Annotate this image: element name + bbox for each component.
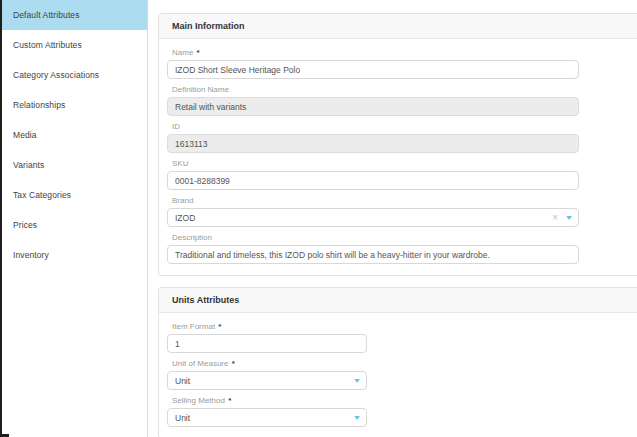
field-label-text: Selling Method [172, 396, 225, 405]
name-input[interactable] [167, 60, 579, 79]
field-label: Brand [172, 196, 637, 205]
required-asterisk: * [226, 396, 231, 405]
field-description: Description [167, 233, 637, 264]
field-label-text: Unit of Measure [172, 359, 228, 368]
select-value: Unit [175, 376, 355, 386]
field-label-text: Name [172, 48, 193, 57]
field-label: Item Format * [172, 322, 637, 331]
section-title: Units Attributes [159, 288, 637, 313]
required-asterisk: * [229, 359, 234, 368]
field-item-format: Item Format * [167, 322, 637, 353]
required-asterisk: * [194, 48, 199, 57]
definition-name-input [167, 97, 579, 116]
field-label: Selling Method * [172, 396, 637, 405]
selling-method-select[interactable]: Unit▾ [167, 408, 367, 427]
sidebar-item-tax-categories[interactable]: Tax Categories [0, 180, 147, 210]
description-input[interactable] [167, 245, 579, 264]
chevron-down-icon[interactable]: ▾ [354, 414, 359, 422]
main-content: Main InformationName *Definition NameIDS… [149, 0, 637, 437]
field-label-text: Item Format [172, 322, 215, 331]
field-label-text: Description [172, 233, 212, 242]
field-label: Name * [172, 48, 637, 57]
sidebar-item-relationships[interactable]: Relationships [0, 90, 147, 120]
brand-select[interactable]: IZOD×▾ [167, 208, 579, 227]
field-definition-name: Definition Name [167, 85, 637, 116]
sidebar-item-variants[interactable]: Variants [0, 150, 147, 180]
section-body: Item Format *Unit of Measure *Unit▾Selli… [159, 313, 637, 437]
sidebar-item-custom-attributes[interactable]: Custom Attributes [0, 30, 147, 60]
section-body: Name *Definition NameIDSKUBrandIZOD×▾Des… [159, 39, 637, 275]
required-asterisk: * [216, 322, 221, 331]
window-left-edge [0, 0, 2, 437]
sidebar-item-default-attributes[interactable]: Default Attributes [0, 0, 147, 30]
sidebar-item-media[interactable]: Media [0, 120, 147, 150]
field-id: ID [167, 122, 637, 153]
unit-of-measure-select[interactable]: Unit▾ [167, 371, 367, 390]
field-name: Name * [167, 48, 637, 79]
field-label-text: SKU [172, 159, 188, 168]
section-main-information: Main InformationName *Definition NameIDS… [158, 13, 637, 276]
sidebar-item-inventory[interactable]: Inventory [0, 240, 147, 270]
field-unit-of-measure: Unit of Measure *Unit▾ [167, 359, 637, 390]
field-label: Definition Name [172, 85, 637, 94]
id-input [167, 134, 579, 153]
field-selling-method: Selling Method *Unit▾ [167, 396, 637, 427]
chevron-down-icon[interactable]: ▾ [566, 214, 571, 222]
field-label-text: Brand [172, 196, 193, 205]
field-label-text: ID [172, 122, 180, 131]
select-value: IZOD [175, 213, 552, 223]
select-value: Unit [175, 413, 355, 423]
clear-icon[interactable]: × [552, 213, 558, 223]
section-units-attributes: Units AttributesItem Format *Unit of Mea… [158, 287, 637, 437]
sidebar: Default AttributesCustom AttributesCateg… [0, 0, 148, 437]
field-sku: SKU [167, 159, 637, 190]
field-brand: BrandIZOD×▾ [167, 196, 637, 227]
chevron-down-icon[interactable]: ▾ [354, 377, 359, 385]
field-label: Description [172, 233, 637, 242]
section-title: Main Information [159, 14, 637, 39]
sidebar-item-prices[interactable]: Prices [0, 210, 147, 240]
field-label: SKU [172, 159, 637, 168]
field-label: Unit of Measure * [172, 359, 637, 368]
field-label-text: Definition Name [172, 85, 229, 94]
sku-input[interactable] [167, 171, 579, 190]
field-label: ID [172, 122, 637, 131]
product-edit-page: { "colors": { "sidebar_selected_bg": "#a… [0, 0, 637, 437]
sidebar-item-category-associations[interactable]: Category Associations [0, 60, 147, 90]
item-format-input[interactable] [167, 334, 367, 353]
